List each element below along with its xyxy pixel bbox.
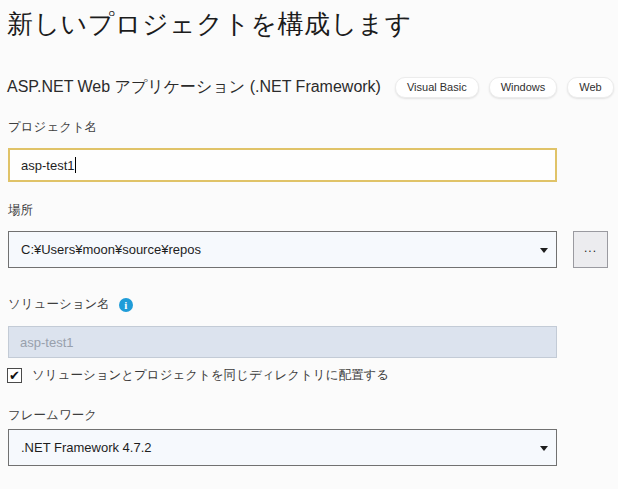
solution-name-label-row: ソリューション名 i [8,296,133,313]
template-tag-list: Visual Basic Windows Web [395,77,614,98]
chevron-down-icon[interactable] [540,248,548,253]
location-value: C:¥Users¥moon¥source¥repos [21,242,532,257]
template-header: ASP.NET Web アプリケーション (.NET Framework) Vi… [7,77,614,98]
location-combobox[interactable]: C:¥Users¥moon¥source¥repos [8,231,557,268]
tag-language: Visual Basic [395,77,479,98]
tag-project-type: Web [567,77,613,98]
location-label: 場所 [8,202,33,219]
solution-name-label: ソリューション名 [8,296,110,313]
chevron-down-icon[interactable] [540,446,548,451]
text-caret [75,157,76,173]
solution-name-value: asp-test1 [20,335,73,350]
project-name-label: プロジェクト名 [8,119,97,136]
tag-platform: Windows [489,77,558,98]
same-directory-checkbox-label[interactable]: ソリューションとプロジェクトを同じディレクトリに配置する [32,367,389,384]
solution-name-input: asp-test1 [8,326,557,358]
framework-combobox[interactable]: .NET Framework 4.7.2 [8,429,557,466]
project-name-value: asp-test1 [21,158,74,173]
page-title: 新しいプロジェクトを構成します [7,7,412,42]
framework-label: フレームワーク [8,407,97,424]
browse-location-button[interactable]: ... [573,231,608,268]
checkbox-checked-icon[interactable]: ✔ [7,368,22,383]
same-directory-checkbox-row[interactable]: ✔ ソリューションとプロジェクトを同じディレクトリに配置する [7,367,389,384]
info-icon[interactable]: i [119,298,133,312]
template-name: ASP.NET Web アプリケーション (.NET Framework) [7,77,381,98]
project-name-input[interactable]: asp-test1 [8,148,557,182]
framework-value: .NET Framework 4.7.2 [21,440,532,455]
